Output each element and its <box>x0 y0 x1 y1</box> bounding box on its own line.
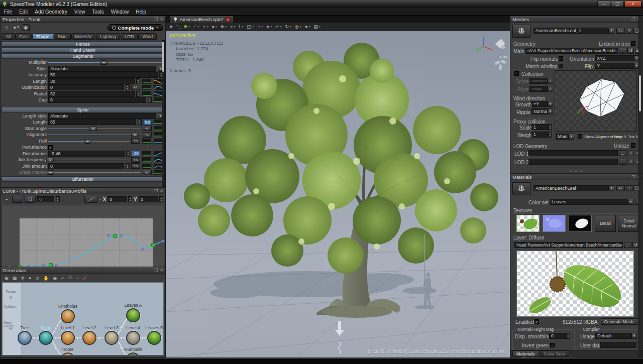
curve-x-spinner[interactable]: ▲▼ <box>128 196 132 202</box>
curve-steps-field[interactable]: 0 <box>37 196 54 202</box>
generator-node-knotholes[interactable] <box>61 309 75 323</box>
prop-spin-field[interactable]: 32 <box>48 91 135 97</box>
section-hand-drawn[interactable]: Hand Drawn <box>2 47 164 53</box>
variance-button[interactable]: +/- <box>131 163 140 169</box>
close-tab-icon[interactable]: x <box>226 17 231 22</box>
forces-tool-icon[interactable]: ♣▼ <box>265 23 273 30</box>
menu-add-geometry[interactable]: Add Geometry <box>35 9 67 15</box>
tab-shape[interactable]: Shape <box>32 33 53 40</box>
pivot-select[interactable]: Origin <box>529 86 548 92</box>
invert-green-checkbox[interactable] <box>550 343 555 347</box>
flower-tool-icon[interactable]: ❀▼ <box>220 23 229 30</box>
lod1-field[interactable] <box>528 150 618 156</box>
variance-badge[interactable]: 5.0 <box>143 119 152 125</box>
float-panel-icon[interactable]: ❐ <box>631 17 635 22</box>
focus-icon[interactable]: ◉ <box>4 275 10 281</box>
variance-button[interactable]: +/- <box>143 126 152 131</box>
curve-copy-icon[interactable]: ❏ <box>25 196 36 203</box>
orientation-select[interactable]: XYZ <box>595 55 634 61</box>
variance-button[interactable]: +/- <box>143 132 152 138</box>
viewport-3d[interactable]: 1.00 perspective TRIANGLES - SELECTED br… <box>166 31 510 357</box>
curve-chip-green[interactable] <box>142 78 152 84</box>
weight-field[interactable]: 1 <box>531 132 548 138</box>
curve-chip-green[interactable] <box>142 157 152 163</box>
usage-dropdown-icon[interactable]: ▼ <box>631 333 637 339</box>
check-icon[interactable]: ✓ <box>60 275 66 281</box>
decal-tool-icon[interactable]: ◫▼ <box>246 23 255 30</box>
properties-scrollbar[interactable] <box>162 40 165 187</box>
preview-view-select[interactable]: Main <box>556 134 569 140</box>
prop-spinner[interactable]: ▲▼ <box>138 119 142 125</box>
node-tool-icon[interactable]: ⋱ <box>175 23 182 30</box>
texture-path-field[interactable]: Head Revision/Art Support/American Beech… <box>514 242 623 248</box>
variance-badge[interactable]: .06 <box>132 151 140 156</box>
material-pm-button[interactable]: +/- <box>616 185 625 191</box>
flip-normals-checkbox[interactable] <box>559 56 563 61</box>
prune-tool-icon[interactable]: ✂▼ <box>274 23 283 30</box>
close-button[interactable]: ✕ <box>624 1 641 7</box>
tab-all[interactable]: All <box>2 33 15 40</box>
prop-spin-field[interactable]: 30 <box>48 78 135 84</box>
tab-color-sets[interactable]: Color Sets <box>540 350 569 357</box>
close-panel-icon[interactable]: ✕ <box>160 268 163 273</box>
meshes-panel-header[interactable]: Meshes ❐ ✕ <box>510 16 642 23</box>
right-panel-scrollbar[interactable] <box>638 16 641 357</box>
spines-select[interactable]: Branches <box>529 78 548 84</box>
mesh-pm-button[interactable]: +/- <box>616 28 625 34</box>
lod2-reload-icon[interactable]: ↺ <box>627 159 634 165</box>
usage-select[interactable]: Default <box>595 333 631 339</box>
prop-spinner[interactable]: ▲▼ <box>126 151 130 157</box>
variance-button[interactable]: +/- <box>131 138 140 144</box>
grid-icon[interactable]: ▦ <box>12 275 18 281</box>
material-drag-handle-button[interactable] <box>512 182 530 195</box>
generate-mesh-button[interactable]: Generate Mesh... <box>601 318 640 325</box>
hand-icon[interactable]: ✋ <box>42 275 50 281</box>
detail-button[interactable]: Detail <box>595 215 616 232</box>
alpha-thumbnail[interactable] <box>569 215 592 232</box>
pan-icon[interactable]: ✥ <box>20 275 26 281</box>
select-tool-icon[interactable]: ➤ <box>168 23 174 30</box>
tab-skin[interactable]: Skin <box>54 33 71 40</box>
growth-dropdown-icon[interactable]: ▼ <box>548 101 553 107</box>
close-panel-icon[interactable]: ✕ <box>160 17 163 22</box>
eye-icon[interactable]: ◉ <box>22 24 30 31</box>
bone-tool-icon[interactable]: ⌇▼ <box>238 23 245 30</box>
generator-node-level3[interactable] <box>104 331 119 345</box>
pivot-dropdown-icon[interactable]: ▼ <box>548 86 553 92</box>
menu-help[interactable]: Help <box>136 9 146 15</box>
tab-materials[interactable]: Materials <box>512 350 539 357</box>
mesh-selector[interactable]: AmericanBeechLeaf_1 <box>533 28 609 34</box>
lod1-browse-button[interactable]: ... <box>619 150 626 156</box>
material-selector[interactable]: AmericanBeechLeaf <box>533 185 609 191</box>
spines-dropdown-icon[interactable]: ▼ <box>548 78 553 84</box>
show-alignment-checkbox[interactable] <box>578 134 582 139</box>
prop-spinner[interactable]: ▲▼ <box>148 97 152 103</box>
prop-slider[interactable]: ◂▸ <box>48 132 141 137</box>
lod2-browse-button[interactable]: ... <box>619 159 626 165</box>
menu-view[interactable]: View <box>74 9 85 15</box>
curve-chip-green[interactable] <box>142 151 152 157</box>
ripple-select[interactable]: Normal <box>531 108 548 114</box>
prop-checkbox[interactable]: ✓ <box>48 145 53 150</box>
curve-chip-green[interactable] <box>142 163 152 169</box>
prop-spin-field[interactable]: -0.46 <box>48 151 125 157</box>
tree-tool-icon[interactable]: ♠▼ <box>211 23 219 30</box>
lod1-reload-icon[interactable]: ↺ <box>627 150 634 156</box>
float-panel-icon[interactable]: ❐ <box>154 189 158 193</box>
tab-gen[interactable]: Gen <box>15 33 32 40</box>
grass-tool-icon[interactable]: ⟋▼ <box>192 23 200 30</box>
float-panel-icon[interactable]: ❐ <box>154 268 158 273</box>
float-panel-icon[interactable]: ❐ <box>631 175 635 179</box>
prop-spinner[interactable]: ▲▼ <box>136 78 140 84</box>
generation-graph[interactable]: Forces ↯ Collision ◌ Mesh Forces ✳ TreeT… <box>2 282 164 355</box>
mesh-drag-handle-button[interactable] <box>512 25 530 38</box>
variance-button[interactable]: +/- <box>131 157 140 163</box>
enabled-checkbox[interactable]: ✓ <box>534 319 539 324</box>
curve-chip-green[interactable] <box>142 91 152 97</box>
variance-button[interactable]: +/- <box>143 170 152 175</box>
scale-spinner[interactable]: ▲▼ <box>548 124 552 130</box>
disp-spinner[interactable]: ▲▼ <box>566 333 570 339</box>
weight-spinner[interactable]: ▲▼ <box>548 132 552 138</box>
variance-button[interactable]: +/- <box>131 85 140 90</box>
materials-panel-header[interactable]: Materials ❐ ✕ <box>510 174 642 180</box>
